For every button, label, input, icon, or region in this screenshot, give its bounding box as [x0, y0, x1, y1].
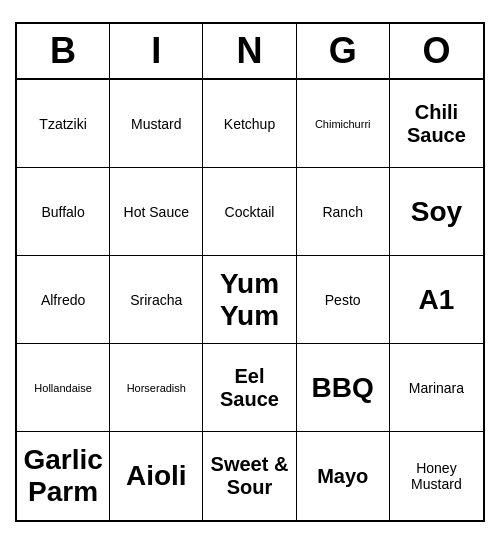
- bingo-cell: Hot Sauce: [110, 168, 203, 256]
- bingo-cell: Mayo: [297, 432, 390, 520]
- bingo-cell: BBQ: [297, 344, 390, 432]
- bingo-cell: Tzatziki: [17, 80, 110, 168]
- bingo-cell: Horseradish: [110, 344, 203, 432]
- bingo-cell: Chili Sauce: [390, 80, 483, 168]
- header-letter: B: [17, 24, 110, 78]
- bingo-card: BINGO TzatzikiMustardKetchupChimichurriC…: [15, 22, 485, 522]
- bingo-cell: Honey Mustard: [390, 432, 483, 520]
- bingo-cell: Marinara: [390, 344, 483, 432]
- bingo-cell: Eel Sauce: [203, 344, 296, 432]
- bingo-header: BINGO: [17, 24, 483, 80]
- bingo-cell: Ketchup: [203, 80, 296, 168]
- header-letter: G: [297, 24, 390, 78]
- header-letter: I: [110, 24, 203, 78]
- bingo-cell: Chimichurri: [297, 80, 390, 168]
- header-letter: O: [390, 24, 483, 78]
- bingo-cell: Sriracha: [110, 256, 203, 344]
- bingo-cell: Aioli: [110, 432, 203, 520]
- bingo-cell: Buffalo: [17, 168, 110, 256]
- header-letter: N: [203, 24, 296, 78]
- bingo-cell: Soy: [390, 168, 483, 256]
- bingo-cell: Yum Yum: [203, 256, 296, 344]
- bingo-cell: Cocktail: [203, 168, 296, 256]
- bingo-cell: Hollandaise: [17, 344, 110, 432]
- bingo-cell: Mustard: [110, 80, 203, 168]
- bingo-cell: A1: [390, 256, 483, 344]
- bingo-cell: Ranch: [297, 168, 390, 256]
- bingo-cell: Sweet & Sour: [203, 432, 296, 520]
- bingo-cell: Alfredo: [17, 256, 110, 344]
- bingo-cell: Pesto: [297, 256, 390, 344]
- bingo-grid: TzatzikiMustardKetchupChimichurriChili S…: [17, 80, 483, 520]
- bingo-cell: Garlic Parm: [17, 432, 110, 520]
